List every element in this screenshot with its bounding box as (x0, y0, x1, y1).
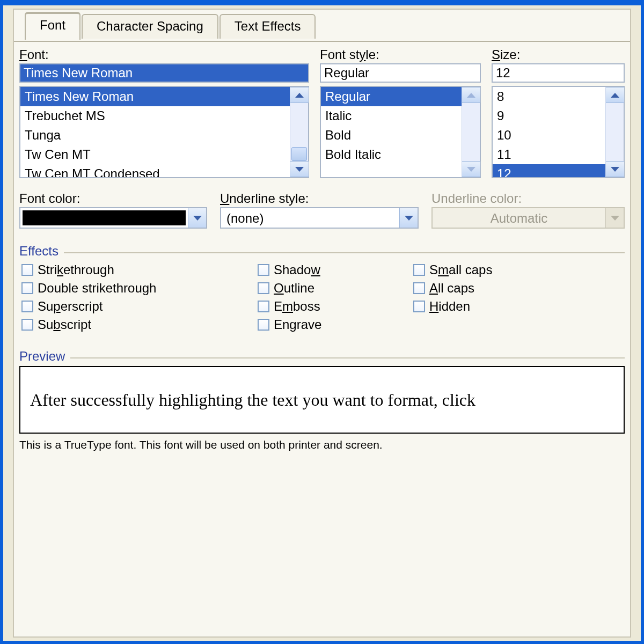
checkbox-superscript[interactable]: Superscript (21, 297, 252, 316)
underline-style-label: Underline style: (220, 191, 419, 206)
checkbox-icon (258, 282, 269, 294)
list-item[interactable]: Italic (321, 106, 462, 126)
checkbox-icon (21, 319, 33, 331)
checkbox-icon (21, 264, 33, 276)
preview-group: Preview After successfully highlighting … (19, 357, 625, 452)
checkbox-icon (258, 319, 269, 331)
font-color-swatch (23, 210, 186, 225)
checkbox-all-caps[interactable]: All caps (413, 279, 623, 297)
list-item[interactable]: Tw Cen MT (20, 145, 290, 164)
preview-group-title: Preview (19, 349, 70, 364)
size-listbox[interactable]: 8 9 10 11 12 (492, 86, 625, 178)
list-item[interactable]: Bold (321, 126, 462, 145)
checkbox-icon (21, 301, 33, 312)
scroll-track[interactable] (290, 103, 308, 161)
preview-text: After successfully highlighting the text… (30, 390, 475, 410)
chevron-down-icon (405, 216, 413, 221)
checkbox-icon (258, 301, 269, 312)
list-item[interactable]: Tw Cen MT Condensed (20, 164, 290, 177)
font-style-input[interactable]: Regular (320, 63, 481, 83)
list-item[interactable]: Regular (321, 87, 462, 106)
dropdown-button (605, 208, 624, 228)
tab-strip: Font Character Spacing Text Effects (25, 9, 317, 36)
checkbox-small-caps[interactable]: Small caps (413, 261, 623, 279)
checkbox-strikethrough[interactable]: Strikethrough (21, 261, 252, 279)
list-item[interactable]: Bold Italic (321, 145, 462, 164)
list-item[interactable]: Tunga (20, 126, 290, 145)
font-listbox[interactable]: Times New Roman Trebuchet MS Tunga Tw Ce… (19, 86, 309, 178)
underline-style-dropdown[interactable]: (none) (220, 207, 419, 229)
chevron-up-icon (611, 93, 619, 98)
scroll-up-button[interactable] (290, 87, 309, 103)
chevron-down-icon (295, 167, 304, 172)
chevron-up-icon (467, 93, 475, 98)
checkbox-double-strikethrough[interactable]: Double strikethrough (21, 279, 252, 297)
scroll-down-button[interactable] (290, 161, 309, 177)
list-item[interactable]: Times New Roman (20, 87, 290, 106)
chevron-down-icon (611, 216, 619, 221)
chevron-down-icon (467, 167, 475, 172)
checkbox-icon (413, 264, 425, 276)
dropdown-button[interactable] (399, 208, 418, 228)
chevron-down-icon (611, 167, 619, 172)
size-input[interactable]: 12 (492, 63, 625, 83)
list-item[interactable]: Trebuchet MS (20, 106, 290, 126)
font-style-label: Font style: (320, 47, 481, 62)
dropdown-button[interactable] (188, 208, 206, 228)
tab-divider (14, 41, 630, 42)
preview-box: After successfully highlighting the text… (19, 366, 625, 434)
underline-color-dropdown: Automatic (431, 207, 625, 229)
underline-style-value: (none) (221, 208, 399, 228)
checkbox-shadow[interactable]: Shadow (258, 261, 408, 279)
font-scrollbar[interactable] (290, 87, 308, 177)
tab-character-spacing[interactable]: Character Spacing (82, 14, 218, 39)
checkbox-icon (258, 264, 269, 276)
font-style-listbox[interactable]: Regular Italic Bold Bold Italic (320, 86, 481, 178)
chevron-up-icon (295, 93, 304, 98)
underline-color-label: Underline color: (431, 191, 625, 206)
scroll-thumb[interactable] (291, 147, 307, 161)
checkbox-icon (413, 282, 425, 294)
checkbox-subscript[interactable]: Subscript (21, 316, 252, 334)
underline-color-value: Automatic (433, 208, 605, 228)
font-name-input[interactable]: Times New Roman (19, 63, 309, 83)
font-style-scrollbar (462, 87, 480, 177)
scroll-down-button[interactable] (606, 161, 624, 177)
chevron-down-icon (193, 216, 202, 221)
font-list-items[interactable]: Times New Roman Trebuchet MS Tunga Tw Ce… (20, 87, 290, 177)
checkbox-icon (21, 282, 33, 294)
size-scrollbar[interactable] (605, 87, 624, 177)
dialog-panel: Font Character Spacing Text Effects Font… (13, 9, 631, 638)
tab-font[interactable]: Font (25, 12, 80, 40)
checkbox-engrave[interactable]: Engrave (258, 316, 408, 334)
scroll-track[interactable] (606, 103, 624, 161)
font-color-label: Font color: (19, 191, 207, 206)
font-info-text: This is a TrueType font. This font will … (19, 438, 625, 452)
checkbox-icon (413, 301, 425, 312)
font-dialog-window: Font Character Spacing Text Effects Font… (0, 0, 644, 644)
list-item[interactable]: 8 (493, 87, 605, 106)
scroll-up-button[interactable] (606, 87, 624, 103)
list-item[interactable]: 12 (493, 164, 605, 177)
scroll-down-button (462, 161, 480, 177)
font-color-dropdown[interactable] (19, 207, 207, 229)
font-style-list-items[interactable]: Regular Italic Bold Bold Italic (321, 87, 462, 177)
font-label: Font: (19, 47, 309, 62)
list-item[interactable]: 9 (493, 106, 605, 126)
checkbox-outline[interactable]: Outline (258, 279, 408, 297)
scroll-up-button (462, 87, 480, 103)
effects-group: Effects Strikethrough Double strikethrou… (19, 252, 625, 336)
list-item[interactable]: 10 (493, 126, 605, 145)
checkbox-hidden[interactable]: Hidden (413, 297, 623, 316)
scroll-track (462, 103, 480, 161)
checkbox-emboss[interactable]: Emboss (258, 297, 408, 316)
size-list-items[interactable]: 8 9 10 11 12 (493, 87, 605, 177)
tab-text-effects[interactable]: Text Effects (219, 14, 316, 39)
list-item[interactable]: 11 (493, 145, 605, 164)
tab-content: Font: /* handled below by generic binder… (19, 47, 625, 631)
size-label: Size: (492, 47, 625, 62)
effects-group-title: Effects (19, 244, 64, 259)
